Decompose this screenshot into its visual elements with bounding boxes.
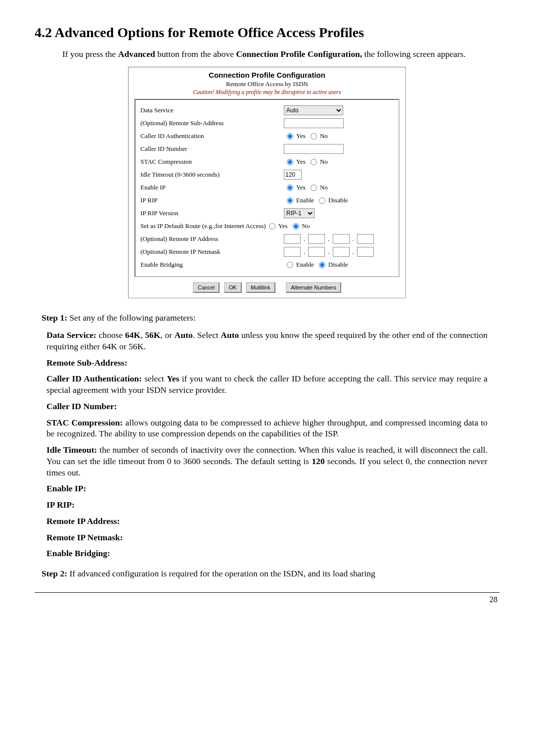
ok-button[interactable]: OK (224, 282, 242, 293)
step1: Step 1: Set any of the following paramet… (42, 312, 492, 324)
caller-num-input[interactable] (284, 144, 344, 154)
yes-label: Yes (296, 184, 306, 192)
intro-paragraph: If you press the Advanced button from th… (35, 48, 499, 60)
ip-seg[interactable] (308, 234, 325, 244)
caller-id-auth-para: Caller ID Authentication: select Yes if … (46, 373, 488, 396)
stac-para: STAC Compression: allows outgoing data t… (46, 417, 488, 440)
ip-rip-para: IP RIP: (46, 499, 488, 511)
yes-label: Yes (278, 222, 288, 231)
data-service-label: Data Service (140, 106, 284, 115)
ip-rip-disable[interactable] (319, 197, 325, 204)
yes-label: Yes (296, 132, 306, 141)
enable-ip-label: Enable IP (140, 184, 284, 192)
multilink-button[interactable]: Multilink (246, 282, 275, 293)
disable-label: Disable (328, 196, 348, 205)
caller-auth-no[interactable] (311, 133, 317, 140)
remote-ip-mask-label: (Optional) Remote IP Netmask (140, 248, 284, 256)
section-heading: 4.2 Advanced Options for Remote Office A… (35, 24, 499, 42)
no-label: No (320, 158, 328, 166)
idle-label: Idle Timeout (0-3600 seconds) (140, 171, 284, 179)
default-route-yes[interactable] (269, 223, 275, 230)
stac-label: STAC Compression (140, 158, 284, 166)
stac-no[interactable] (311, 159, 317, 165)
enable-bridging-label: Enable Bridging (140, 261, 284, 269)
no-label: No (320, 132, 328, 141)
data-service-para: Data Service: choose 64K, 56K, or Auto. … (46, 330, 488, 352)
data-service-select[interactable]: Auto (284, 105, 343, 115)
mask-seg[interactable] (284, 247, 301, 257)
remote-sub-address-para: Remote Sub-Address: (46, 357, 488, 369)
remote-ip-netmask-para: Remote IP Netmask: (46, 532, 488, 543)
no-label: No (320, 184, 328, 192)
config-dialog: Connection Profile Configuration Remote … (128, 67, 406, 298)
step2: Step 2: If advanced configuration is req… (42, 568, 492, 579)
caller-id-number-para: Caller ID Number: (46, 401, 488, 412)
enable-bridging-para: Enable Bridging: (46, 548, 488, 559)
yes-label: Yes (296, 158, 306, 166)
ip-seg[interactable] (284, 234, 301, 244)
enable-ip-para: Enable IP: (46, 483, 488, 494)
default-route-label: Set as IP Default Route (e.g.,for Intern… (140, 222, 266, 231)
ip-seg[interactable] (357, 234, 374, 244)
remote-sub-label: (Optional) Remote Sub-Address (140, 119, 284, 128)
ip-rip-label: IP RIP (140, 196, 284, 205)
mask-seg[interactable] (357, 247, 374, 257)
idle-timeout-para: Idle Timeout: the number of seconds of i… (46, 444, 488, 478)
cancel-button[interactable]: Cancel (193, 282, 220, 293)
caller-auth-yes[interactable] (287, 133, 293, 140)
footer-rule (35, 592, 499, 593)
enable-label: Enable (296, 196, 314, 205)
enable-label: Enable (296, 261, 314, 269)
remote-ip-address-para: Remote IP Address: (46, 516, 488, 527)
ip-seg[interactable] (333, 234, 350, 244)
remote-ip-addr-label: (Optional) Remote IP Address (140, 235, 284, 243)
bridging-enable[interactable] (287, 262, 293, 268)
dialog-title: Connection Profile Configuration (129, 70, 405, 80)
ip-rip-ver-label: IP RIP Version (140, 209, 284, 218)
bridging-disable[interactable] (319, 262, 325, 268)
alt-numbers-button[interactable]: Alternate Numbers (286, 282, 341, 293)
caller-num-label: Caller ID Number (140, 145, 284, 153)
mask-seg[interactable] (308, 247, 325, 257)
no-label: No (302, 222, 310, 231)
enable-ip-yes[interactable] (287, 185, 293, 191)
dialog-caution: Caution! Modifying a profile may be disr… (129, 89, 405, 96)
ip-rip-enable[interactable] (287, 197, 293, 204)
caller-auth-label: Caller ID Authentication (140, 132, 284, 141)
enable-ip-no[interactable] (311, 185, 317, 191)
page-number: 28 (35, 595, 499, 605)
ip-rip-ver-select[interactable]: RIP-1 (284, 208, 314, 218)
dialog-subtitle: Remote Office Access by ISDN (129, 80, 405, 89)
disable-label: Disable (328, 261, 348, 269)
mask-seg[interactable] (333, 247, 350, 257)
stac-yes[interactable] (287, 159, 293, 165)
default-route-no[interactable] (293, 223, 299, 230)
idle-input[interactable] (284, 170, 302, 180)
remote-sub-input[interactable] (284, 118, 344, 128)
